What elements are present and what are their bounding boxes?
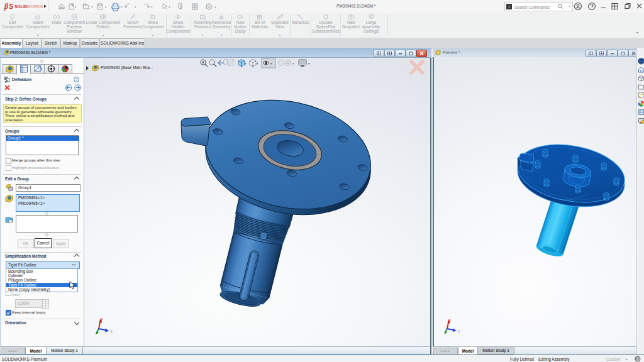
svg-text:▾: ▾: [245, 62, 247, 65]
svg-text:▾: ▾: [75, 5, 77, 9]
svg-text:S: S: [9, 3, 14, 10]
svg-text:▾: ▾: [169, 5, 170, 9]
svg-text:β: β: [4, 2, 9, 11]
svg-text:▾: ▾: [105, 5, 107, 9]
svg-text:▾: ▾: [214, 5, 216, 9]
svg-text:z: z: [111, 329, 113, 333]
svg-text:▾: ▾: [151, 5, 153, 9]
svg-text:?: ?: [75, 77, 78, 82]
svg-text:z: z: [458, 329, 460, 333]
svg-text:▾: ▾: [91, 5, 93, 9]
svg-text:x: x: [450, 318, 452, 322]
svg-text:▾: ▾: [257, 62, 258, 65]
svg-text:▾: ▾: [121, 5, 123, 9]
svg-text:▾: ▾: [292, 62, 294, 65]
svg-text:▾: ▾: [135, 5, 136, 9]
svg-text:▾: ▾: [308, 62, 310, 65]
svg-text:PM009492 (Base Main Sha...: PM009492 (Base Main Sha...: [101, 65, 153, 70]
svg-text:x: x: [101, 317, 103, 321]
svg-text:WORKS: WORKS: [27, 4, 43, 9]
svg-text:SOLID: SOLID: [14, 4, 28, 9]
